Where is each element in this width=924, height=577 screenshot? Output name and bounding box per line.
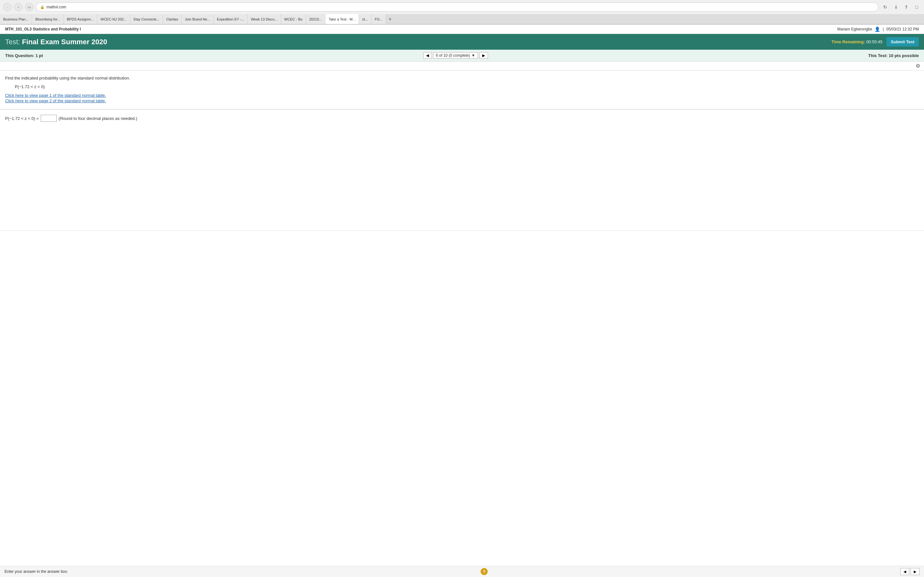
question-formula: P(−1.72 < z < 0)	[15, 84, 919, 89]
browser-actions: ⇓ ⇑ □	[892, 3, 921, 11]
user-icon: 👤	[875, 27, 880, 32]
next-question-button[interactable]: ▶	[479, 52, 488, 59]
url-text: mathxl.com	[47, 5, 66, 9]
site-header: MTH_101_OL3 Statistics and Probability I…	[0, 25, 924, 34]
address-bar[interactable]: 🔒 mathxl.com	[36, 3, 879, 11]
download-button[interactable]: ⇓	[892, 3, 900, 11]
back-button[interactable]: ‹	[3, 3, 11, 11]
tab-expedition[interactable]: Expedition EY -...	[214, 14, 248, 24]
question-instructions: Find the indicated probability using the…	[5, 76, 919, 81]
tab-wcec-nj[interactable]: WCEC-NJ 202...	[97, 14, 130, 24]
this-question-value: 1 pt	[36, 53, 43, 58]
tab-add-button[interactable]: +	[386, 14, 394, 24]
share-button[interactable]: ⇑	[902, 3, 911, 11]
tab-business-plan[interactable]: Business Plan...	[0, 14, 32, 24]
tab-claritas[interactable]: Claritas	[163, 14, 182, 24]
test-header-right: Time Remaining: 00:55:45 Submit Test	[832, 37, 919, 47]
dropdown-icon: ▼	[471, 53, 475, 58]
user-info: Mariam Egberongbe 👤 | 05/03/21 12:32 PM	[837, 27, 919, 32]
tab-bpds[interactable]: BPDS Assignm...	[64, 14, 97, 24]
tab-bloomberg[interactable]: Bloomberg for...	[32, 14, 64, 24]
tab-join-brand[interactable]: Join Brand Ne...	[182, 14, 214, 24]
course-title: MTH_101_OL3 Statistics and Probability I	[5, 27, 81, 31]
test-label: Test:	[5, 38, 20, 46]
test-name: Final Exam Summer 2020	[22, 38, 107, 46]
answer-hint: (Round to four decimal places as needed.…	[59, 116, 137, 121]
question-position: 6 of 10 (0 complete)	[436, 53, 470, 58]
test-title: Test: Final Exam Summer 2020	[5, 38, 107, 46]
user-name: Mariam Egberongbe	[837, 27, 872, 31]
normal-table-link-1[interactable]: Click here to view page 1 of the standar…	[5, 93, 919, 98]
tabs-bar: Business Plan... Bloomberg for... BPDS A…	[0, 14, 924, 24]
time-remaining-label: Time Remaining:	[832, 39, 865, 44]
this-test-value: 10 pts possible	[889, 53, 919, 58]
main-content: Find the indicated probability using the…	[0, 71, 924, 231]
question-nav-center: ◀ 6 of 10 (0 complete) ▼ ▶	[423, 52, 488, 59]
submit-test-button[interactable]: Submit Test	[887, 37, 919, 47]
reader-button[interactable]: ▭	[25, 3, 33, 11]
settings-bar: ⚙	[0, 61, 924, 71]
prev-question-button[interactable]: ◀	[423, 52, 432, 59]
tab-stay-connected[interactable]: Stay Connecte...	[130, 14, 163, 24]
question-selector[interactable]: 6 of 10 (0 complete) ▼	[433, 52, 478, 59]
reload-button[interactable]: ↻	[881, 3, 889, 11]
normal-table-link-2[interactable]: Click here to view page 2 of the standar…	[5, 98, 919, 103]
tab-take-test[interactable]: Take a Test - M...	[325, 14, 359, 24]
tab-20210[interactable]: 20210...	[306, 14, 326, 24]
test-header: Test: Final Exam Summer 2020 Time Remain…	[0, 34, 924, 50]
content-area: Find the indicated probability using the…	[0, 71, 924, 109]
browser-chrome: ‹ › ▭ 🔒 mathxl.com ↻ ⇓ ⇑ □ Business Plan…	[0, 0, 924, 25]
this-test-label: This Test:	[868, 53, 887, 58]
this-test: This Test: 10 pts possible	[868, 53, 919, 58]
forward-button[interactable]: ›	[14, 3, 23, 11]
links: Click here to view page 1 of the standar…	[5, 93, 919, 103]
lock-icon: 🔒	[40, 5, 45, 9]
answer-area: P(−1.72 < z < 0) = (Round to four decima…	[0, 110, 924, 127]
this-question-label: This Question:	[5, 53, 34, 58]
time-remaining-value: 00:55:45	[866, 39, 883, 44]
tab-week13[interactable]: Week 13 Discu...	[248, 14, 281, 24]
browser-toolbar: ‹ › ▭ 🔒 mathxl.com ↻ ⇓ ⇑ □	[0, 0, 924, 14]
answer-prefix: P(−1.72 < z < 0) =	[5, 116, 39, 121]
this-question: This Question: 1 pt	[5, 53, 43, 58]
time-remaining: Time Remaining: 00:55:45	[832, 39, 883, 44]
datetime: 05/03/21 12:32 PM	[887, 27, 919, 31]
tab-st[interactable]: st...	[359, 14, 372, 24]
window-button[interactable]: □	[913, 3, 921, 11]
question-nav-bar: This Question: 1 pt ◀ 6 of 10 (0 complet…	[0, 50, 924, 61]
separator: |	[883, 27, 884, 31]
tab-fo[interactable]: FO...	[372, 14, 386, 24]
settings-icon[interactable]: ⚙	[916, 63, 920, 69]
answer-input[interactable]	[41, 115, 57, 122]
tab-wcec-bu[interactable]: WCEC - Bu	[281, 14, 306, 24]
